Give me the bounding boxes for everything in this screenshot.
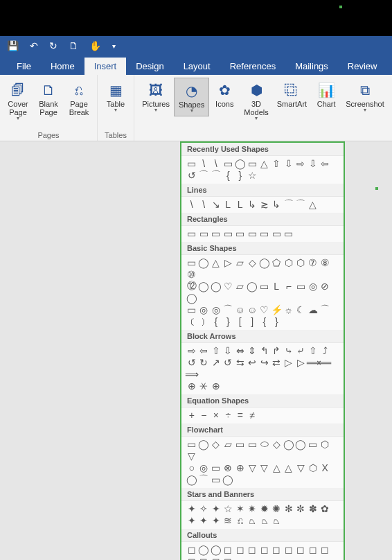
shape-item[interactable]: ▷	[222, 256, 235, 268]
shape-item[interactable]: ⌒	[198, 169, 211, 181]
tab-view[interactable]: View	[386, 58, 392, 75]
new-doc-icon[interactable]: 🗋	[69, 40, 78, 51]
shape-item[interactable]: ▭	[210, 227, 222, 239]
shape-item[interactable]: ≋	[222, 514, 235, 526]
shape-item[interactable]: ▱	[234, 256, 247, 268]
shape-item[interactable]: ◇	[210, 438, 222, 450]
shape-item[interactable]: △	[210, 256, 222, 268]
shape-item[interactable]: ◻	[283, 543, 295, 555]
blank-page-button[interactable]: 🗋 Blank Page	[33, 78, 64, 119]
shape-item[interactable]: {	[222, 169, 235, 181]
shape-item[interactable]: ✹	[258, 502, 271, 514]
shape-item[interactable]: L	[222, 198, 235, 210]
shape-item[interactable]: ↘	[210, 198, 222, 210]
screenshot-button[interactable]: ⧉ Screenshot ▾	[341, 78, 389, 115]
shape-item[interactable]: ⤷	[283, 344, 295, 356]
shape-item[interactable]: ✼	[295, 502, 308, 514]
shape-item[interactable]: ⚡	[271, 304, 283, 315]
shape-item[interactable]: ⑩	[186, 268, 198, 280]
shape-item[interactable]: ⊕	[186, 380, 198, 392]
shape-item[interactable]: ≳	[258, 198, 271, 210]
shape-item[interactable]: ⊗	[222, 462, 235, 473]
shape-item[interactable]: ⌒	[222, 304, 235, 315]
shape-item[interactable]: ⑦	[307, 256, 319, 268]
shape-item[interactable]: ↰	[258, 344, 271, 356]
shape-item[interactable]: ✦	[186, 502, 198, 514]
3d-models-button[interactable]: ⬢ 3D Models ▾	[240, 78, 272, 123]
tab-design[interactable]: Design	[126, 58, 173, 75]
shape-item[interactable]: ✦	[210, 514, 222, 526]
shape-item[interactable]: ⎌	[234, 514, 247, 526]
shape-item[interactable]: ▭	[295, 280, 308, 292]
shape-item[interactable]: ◯	[198, 280, 211, 292]
shape-item[interactable]: ≠	[247, 409, 259, 421]
shape-item[interactable]: ⏢	[247, 514, 259, 526]
shape-item[interactable]: ⬡	[319, 438, 332, 450]
shape-item[interactable]: ♡	[222, 280, 235, 292]
shape-item[interactable]: −	[198, 409, 211, 421]
shape-item[interactable]: ▽	[186, 450, 198, 462]
shape-item[interactable]: \	[198, 157, 211, 169]
shape-item[interactable]: ◎	[198, 304, 211, 315]
shape-item[interactable]: ◇	[247, 256, 259, 268]
shape-item[interactable]: ▱	[222, 438, 235, 450]
shape-item[interactable]: ▭	[210, 462, 222, 473]
shape-item[interactable]: ▭	[198, 227, 211, 239]
shape-item[interactable]: ✦	[210, 502, 222, 514]
shape-item[interactable]: ↗	[210, 356, 222, 368]
shape-item[interactable]: ⟹	[307, 356, 319, 368]
table-button[interactable]: ▦ Table ▾	[100, 78, 131, 115]
shape-item[interactable]: ◻	[222, 543, 235, 555]
shape-item[interactable]: ✺	[271, 502, 283, 514]
shape-item[interactable]: ◇	[271, 438, 283, 450]
shape-item[interactable]: ◯	[186, 473, 198, 485]
shape-item[interactable]: ▷	[295, 356, 308, 368]
shape-item[interactable]: ◻	[222, 555, 235, 560]
shape-item[interactable]: {	[258, 315, 271, 327]
tab-layout[interactable]: Layout	[174, 58, 220, 75]
shape-item[interactable]: ⇦	[198, 344, 211, 356]
redo-icon[interactable]: ↻	[49, 40, 57, 51]
shape-item[interactable]: △	[307, 198, 319, 210]
shape-item[interactable]: ◯	[222, 473, 235, 485]
shape-item[interactable]: ⊘	[319, 280, 332, 292]
shape-item[interactable]: ◯	[234, 157, 247, 169]
shape-item[interactable]: ◎	[198, 462, 211, 473]
shape-item[interactable]: [	[234, 315, 247, 327]
shape-item[interactable]: △	[258, 157, 271, 169]
pictures-button[interactable]: 🖼 Pictures ▾	[138, 78, 174, 115]
shape-item[interactable]: }	[271, 315, 283, 327]
shape-item[interactable]: ⌒	[210, 169, 222, 181]
shape-item[interactable]: ⇦	[319, 157, 332, 169]
shape-item[interactable]: ⤴	[319, 344, 332, 356]
shape-item[interactable]: ☺	[247, 304, 259, 315]
shape-item[interactable]: ⤶	[295, 344, 308, 356]
shape-item[interactable]: ◯	[198, 256, 211, 268]
touch-mode-icon[interactable]: ✋	[89, 40, 101, 51]
tab-home[interactable]: Home	[41, 58, 84, 75]
shape-item[interactable]: ⬭	[258, 438, 271, 450]
shape-item[interactable]: ▭	[247, 438, 259, 450]
shape-item[interactable]: ◻	[186, 543, 198, 555]
shape-item[interactable]: ⇨	[186, 344, 198, 356]
shape-item[interactable]: ↱	[271, 344, 283, 356]
shape-item[interactable]: ⇄	[271, 356, 283, 368]
shape-item[interactable]: ↪	[258, 356, 271, 368]
shape-item[interactable]: △	[271, 462, 283, 473]
shape-item[interactable]: ◯	[198, 438, 211, 450]
shape-item[interactable]: ◯	[210, 280, 222, 292]
shape-item[interactable]: }	[234, 169, 247, 181]
shape-item[interactable]: ⌒	[295, 198, 308, 210]
shape-item[interactable]: ⬠	[271, 256, 283, 268]
shape-item[interactable]: ◻	[247, 543, 259, 555]
shape-item[interactable]: ☁	[307, 304, 319, 315]
shape-item[interactable]: ☺	[234, 304, 247, 315]
shape-item[interactable]: ↺	[186, 169, 198, 181]
shape-item[interactable]: ✦	[198, 514, 211, 526]
shape-item[interactable]: ◻	[295, 543, 308, 555]
shape-item[interactable]: ⌒	[283, 198, 295, 210]
shape-item[interactable]: L	[271, 280, 283, 292]
shape-item[interactable]: ↻	[198, 356, 211, 368]
shape-item[interactable]: ▭	[247, 157, 259, 169]
shape-item[interactable]: ⇨	[295, 157, 308, 169]
